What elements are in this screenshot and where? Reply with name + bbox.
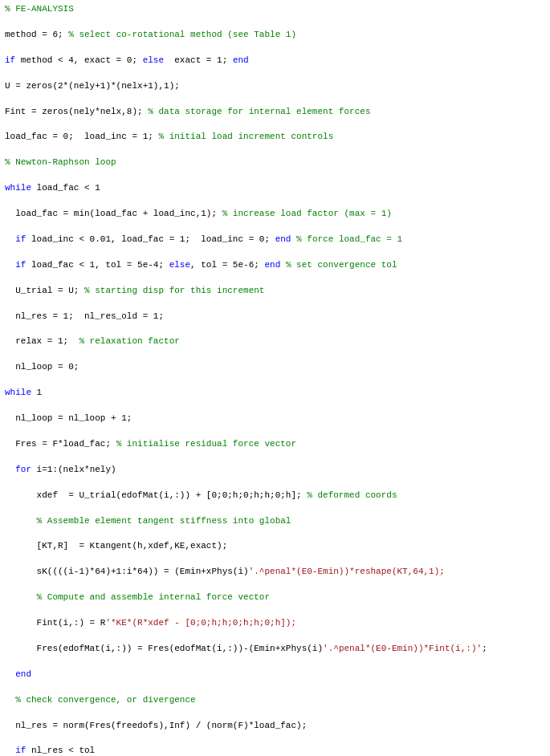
code-line: load_fac = min(load_fac + load_inc,1); %… xyxy=(5,208,545,221)
code-line: for i=1:(nelx*nely) xyxy=(5,464,545,477)
code-line: U_trial = U; % starting disp for this in… xyxy=(5,285,545,298)
code-line: % Compute and assemble internal force ve… xyxy=(5,591,545,604)
code-line: nl_res = 1; nl_res_old = 1; xyxy=(5,311,545,323)
code-line: % check convergence, or divergence xyxy=(5,694,545,707)
code-line: nl_loop = nl_loop + 1; xyxy=(5,413,545,425)
code-line: load_fac = 0; load_inc = 1; % initial lo… xyxy=(5,131,545,144)
code-line: sK((((i-1)*64)+1:i*64)) = (Emin+xPhys(i)… xyxy=(5,566,545,579)
code-line: nl_loop = 0; xyxy=(5,361,545,374)
code-line: if load_inc < 0.01, load_fac = 1; load_i… xyxy=(5,234,545,246)
code-line: while load_fac < 1 xyxy=(5,182,545,195)
code-line: % Newton-Raphson loop xyxy=(5,156,545,169)
code-editor: % FE-ANALYSIS method = 6; % select co-ro… xyxy=(0,0,550,756)
code-line: while 1 xyxy=(5,387,545,400)
code-line: if method < 4, exact = 0; else exact = 1… xyxy=(5,55,545,67)
code-line: U = zeros(2*(nely+1)*(nelx+1),1); xyxy=(5,80,545,93)
code-line: end xyxy=(5,669,545,681)
code-line: Fint = zeros(nely*nelx,8); % data storag… xyxy=(5,106,545,119)
code-line: Fint(i,:) = R'*KE*(R*xdef - [0;0;h;h;0;h… xyxy=(5,617,545,630)
code-line: nl_res = norm(Fres(freedofs),Inf) / (nor… xyxy=(5,720,545,733)
code-line: Fres(edofMat(i,:)) = Fres(edofMat(i,:))-… xyxy=(5,643,545,656)
code-line: Fres = F*load_fac; % initialise residual… xyxy=(5,438,545,451)
code-line: relax = 1; % relaxation factor xyxy=(5,335,545,348)
code-line: % FE-ANALYSIS xyxy=(5,3,545,16)
code-line: [KT,R] = Ktangent(h,xdef,KE,exact); xyxy=(5,540,545,553)
code-line: if load_fac < 1, tol = 5e-4; else, tol =… xyxy=(5,259,545,272)
code-line: % Assemble element tangent stiffness int… xyxy=(5,515,545,528)
code-line: if nl_res < tol xyxy=(5,745,545,756)
code-line: xdef = U_trial(edofMat(i,:)) + [0;0;h;0;… xyxy=(5,490,545,502)
code-line: method = 6; % select co-rotational metho… xyxy=(5,29,545,42)
